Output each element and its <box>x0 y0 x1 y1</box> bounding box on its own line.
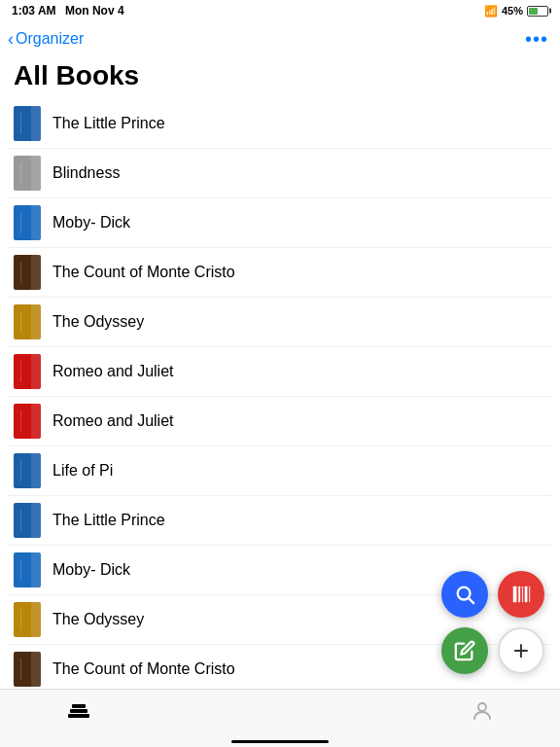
list-item[interactable]: The Little Prince <box>8 496 552 546</box>
book-cover <box>14 552 41 587</box>
battery-percent: 45% <box>502 5 523 17</box>
book-title: The Little Prince <box>52 115 165 132</box>
list-item[interactable]: Blindness <box>8 149 552 198</box>
edit-fab-button[interactable] <box>441 627 488 674</box>
book-title: Moby- Dick <box>52 214 130 231</box>
book-title: The Odyssey <box>52 611 144 628</box>
list-item[interactable]: The Count of Monte Cristo <box>8 248 552 298</box>
book-title: Life of Pi <box>52 462 113 480</box>
book-cover <box>14 503 41 538</box>
list-item[interactable]: Romeo and Juliet <box>8 347 552 397</box>
book-cover <box>14 404 41 439</box>
add-fab-button[interactable]: + <box>498 627 544 674</box>
svg-rect-7 <box>68 714 89 718</box>
back-label: Organizer <box>16 30 84 48</box>
book-cover <box>14 453 41 488</box>
status-date: Mon Nov 4 <box>65 4 124 18</box>
svg-rect-5 <box>525 587 528 603</box>
tab-library[interactable] <box>66 700 91 728</box>
tab-profile[interactable] <box>471 699 494 729</box>
svg-rect-3 <box>518 587 520 603</box>
fab-container: + <box>441 571 544 674</box>
status-time: 1:03 AM <box>12 4 56 18</box>
page-title: All Books <box>0 56 560 99</box>
back-button[interactable]: ‹ Organizer <box>8 29 84 50</box>
book-title: The Little Prince <box>52 512 165 529</box>
status-bar: 1:03 AM Mon Nov 4 📶 45% <box>0 0 560 21</box>
book-cover <box>14 652 41 687</box>
book-cover <box>14 205 41 240</box>
book-title: The Count of Monte Cristo <box>52 660 235 678</box>
fab-row-top <box>441 571 544 618</box>
list-item[interactable]: Moby- Dick <box>8 198 552 248</box>
book-cover <box>14 602 41 637</box>
svg-rect-2 <box>513 587 517 603</box>
book-title: The Odyssey <box>52 313 144 331</box>
book-cover <box>14 304 41 339</box>
search-fab-button[interactable] <box>441 571 488 618</box>
tab-bar <box>0 689 560 747</box>
svg-point-10 <box>478 703 486 711</box>
svg-line-1 <box>469 598 473 603</box>
list-item[interactable]: The Odyssey <box>8 298 552 347</box>
library-icon <box>66 700 91 728</box>
svg-rect-4 <box>522 587 523 603</box>
person-icon <box>471 699 494 729</box>
svg-rect-9 <box>72 704 86 708</box>
battery-icon <box>527 6 548 17</box>
book-title: Romeo and Juliet <box>52 412 174 430</box>
book-cover <box>14 106 41 141</box>
home-indicator <box>231 740 329 743</box>
book-title: Blindness <box>52 164 120 182</box>
fab-row-bottom: + <box>441 627 544 674</box>
svg-rect-8 <box>70 709 88 713</box>
book-title: Romeo and Juliet <box>52 363 174 380</box>
wifi-icon: 📶 <box>484 5 498 18</box>
book-title: The Count of Monte Cristo <box>52 264 235 281</box>
more-button[interactable]: ••• <box>525 28 548 51</box>
book-cover <box>14 156 41 191</box>
book-cover <box>14 354 41 389</box>
list-item[interactable]: Romeo and Juliet <box>8 397 552 446</box>
barcode-fab-button[interactable] <box>498 571 544 618</box>
list-item[interactable]: Life of Pi <box>8 446 552 496</box>
book-cover <box>14 255 41 290</box>
svg-rect-6 <box>529 587 530 603</box>
list-item[interactable]: The Little Prince <box>8 99 552 149</box>
chevron-left-icon: ‹ <box>8 29 14 50</box>
nav-bar: ‹ Organizer ••• <box>0 21 560 56</box>
book-title: Moby- Dick <box>52 561 130 579</box>
